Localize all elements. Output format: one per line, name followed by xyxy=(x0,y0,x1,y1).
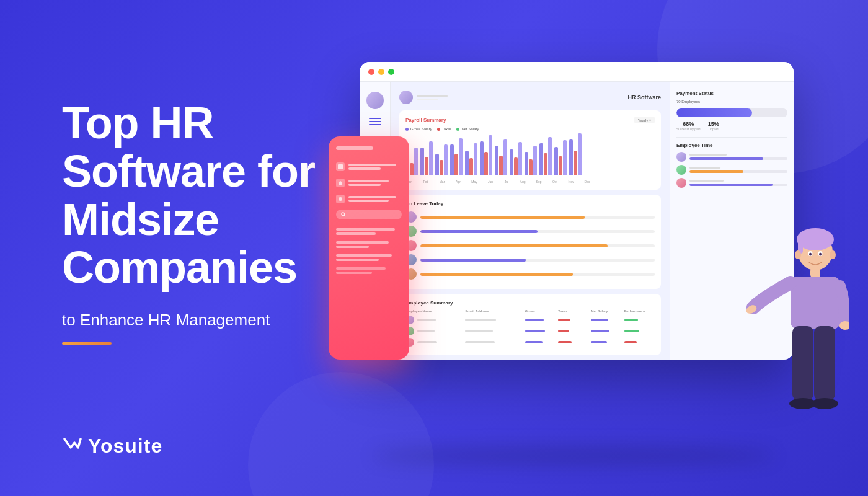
bar-group-apr xyxy=(450,138,463,175)
mobile-nav-icon-3 xyxy=(336,195,345,203)
svg-rect-0 xyxy=(338,164,343,169)
payment-stat-unpaid: 15% Unpaid xyxy=(708,121,719,131)
mobile-list-item-4 xyxy=(336,267,402,274)
legend-gross: Gross Salary xyxy=(405,127,432,131)
time-name-bar-2 xyxy=(689,167,720,169)
label-oct: Oct xyxy=(551,180,559,184)
mobile-nav-icon-2 xyxy=(336,179,345,187)
row2-taxes-bar xyxy=(558,330,569,332)
time-bar-container-2 xyxy=(689,170,787,173)
bar xyxy=(518,142,522,175)
row3-perf xyxy=(624,341,655,343)
time-info-2 xyxy=(689,167,787,173)
row2-name xyxy=(405,327,463,335)
sidebar-avatar xyxy=(366,92,384,109)
dashboard-main-content: HR Software Payroll Summary Yearly ▾ Gro… xyxy=(391,82,670,360)
row1-perf-bar xyxy=(624,319,638,321)
row2-gross-bar xyxy=(525,330,545,332)
bar xyxy=(559,156,562,175)
payment-paid-value: 68% xyxy=(676,121,701,127)
bar xyxy=(548,137,552,175)
divider xyxy=(676,137,787,138)
payroll-legend: Gross Salary Taxes Net Salary xyxy=(405,127,655,131)
row3-taxes xyxy=(558,341,588,343)
mobile-nav-lines-3 xyxy=(348,196,402,202)
payment-status-title: Payment Status xyxy=(676,91,787,96)
bar xyxy=(569,140,573,175)
logo-icon xyxy=(62,433,83,459)
mobile-list-items xyxy=(336,228,402,274)
row3-taxes-bar xyxy=(558,341,572,343)
row3-gross xyxy=(525,341,556,343)
bar-group-feb xyxy=(420,141,433,175)
bar xyxy=(454,154,458,175)
dashboard-user-row: HR Software xyxy=(399,91,661,104)
legend-dot-gross xyxy=(405,128,409,131)
logo-text: Yosuite xyxy=(88,435,162,458)
row1-name-bar xyxy=(417,319,436,321)
bar xyxy=(469,158,473,175)
legend-taxes: Taxes xyxy=(437,127,452,131)
bar xyxy=(525,152,528,175)
bar xyxy=(489,135,492,175)
bar-jan-net xyxy=(414,148,418,175)
row2-perf xyxy=(624,330,655,332)
col-name: Employee Name xyxy=(405,309,463,313)
col-net: Net Salary xyxy=(591,309,621,313)
window-dot-red xyxy=(368,69,374,75)
col-gross: Gross xyxy=(525,309,556,313)
bar-group-nov xyxy=(554,140,567,175)
row1-name xyxy=(405,316,463,324)
mobile-list-item-1 xyxy=(336,228,402,235)
row3-email xyxy=(465,340,522,344)
row2-net xyxy=(591,330,621,332)
bar xyxy=(533,146,537,175)
col-perf: Performance xyxy=(624,309,655,313)
legend-dot-net xyxy=(456,128,459,131)
label-nov: Nov xyxy=(567,180,575,184)
payment-progress-bar xyxy=(676,108,787,117)
list-line xyxy=(336,254,392,257)
bar xyxy=(514,157,518,175)
bar xyxy=(435,154,439,175)
label-aug: Aug xyxy=(518,180,527,184)
mobile-sidebar-card xyxy=(329,136,409,360)
logo[interactable]: Yosuite xyxy=(62,433,162,459)
legend-dot-taxes xyxy=(437,128,440,131)
legend-label-net: Net Salary xyxy=(461,127,479,131)
leave-item-3 xyxy=(405,240,655,251)
list-line xyxy=(336,259,379,261)
row3-name-bar xyxy=(417,341,437,343)
bar xyxy=(465,151,469,175)
label-apr: Apr xyxy=(454,180,463,184)
time-avatar-3 xyxy=(676,178,686,188)
label-may: May xyxy=(470,180,479,184)
mobile-nav xyxy=(336,162,402,203)
nav-line xyxy=(348,164,396,166)
bar-group-sep xyxy=(525,146,537,175)
row3-name xyxy=(405,338,463,347)
col-email: Email Address xyxy=(465,309,522,313)
row2-name-bar xyxy=(417,330,435,332)
bar-feb-net xyxy=(429,141,433,175)
bar xyxy=(495,146,498,175)
time-info-1 xyxy=(689,154,787,160)
col-taxes: Taxes xyxy=(558,309,588,313)
payment-paid-label: Successfully paid xyxy=(676,127,701,131)
nav-line xyxy=(348,167,381,170)
list-line xyxy=(336,232,376,235)
mobile-nav-item-2 xyxy=(336,179,402,187)
row2-taxes xyxy=(558,330,588,332)
leave-section: On Leave Today xyxy=(399,195,661,289)
svg-point-20 xyxy=(830,250,836,259)
leave-bar-container-3 xyxy=(420,244,655,247)
label-mar: Mar xyxy=(438,180,446,184)
row2-net-bar xyxy=(591,330,609,332)
row3-net xyxy=(591,341,621,343)
leave-bar-4 xyxy=(420,259,526,262)
bar xyxy=(563,140,567,175)
time-item-3 xyxy=(676,178,787,188)
illustration-area: HR Software Payroll Summary Yearly ▾ Gro… xyxy=(310,0,868,496)
time-bar-2 xyxy=(689,170,743,173)
leave-item-1 xyxy=(405,211,655,223)
